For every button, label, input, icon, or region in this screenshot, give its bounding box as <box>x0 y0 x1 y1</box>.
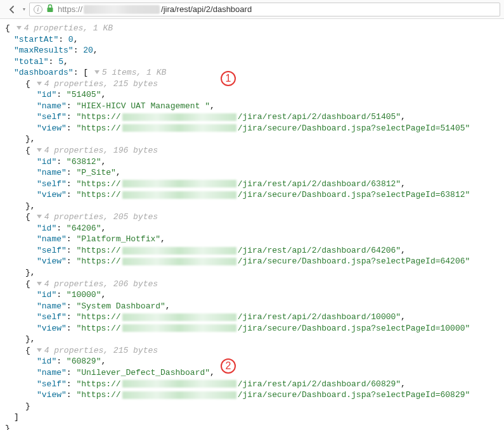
redacted-host <box>122 191 236 199</box>
redacted-host <box>122 258 236 265</box>
redacted-host <box>122 324 236 332</box>
collapse-icon[interactable] <box>37 282 42 286</box>
annotation-1: 1 <box>221 71 236 86</box>
collapse-icon[interactable] <box>37 215 42 218</box>
url-text: https:// /jira/rest/api/2/dashboard <box>58 4 252 14</box>
history-dropdown-icon[interactable]: ▾ <box>23 6 25 12</box>
collapse-icon[interactable] <box>16 26 22 30</box>
redacted-host <box>84 5 160 14</box>
browser-toolbar: ▾ i https:// /jira/rest/api/2/dashboard <box>0 0 504 19</box>
redacted-host <box>122 380 236 388</box>
info-icon[interactable]: i <box>34 5 42 14</box>
redacted-host <box>122 113 236 121</box>
collapse-icon[interactable] <box>37 348 42 352</box>
back-button[interactable] <box>4 3 20 16</box>
collapse-icon[interactable] <box>37 82 42 85</box>
svg-rect-0 <box>48 8 53 12</box>
annotation-2: 2 <box>221 358 236 374</box>
collapse-icon[interactable] <box>37 148 42 152</box>
redacted-host <box>122 313 236 321</box>
redacted-host <box>122 391 236 399</box>
redacted-host <box>122 247 236 255</box>
collapse-icon[interactable] <box>94 70 100 74</box>
lock-icon <box>46 4 54 15</box>
address-bar[interactable]: i https:// /jira/rest/api/2/dashboard <box>29 3 500 16</box>
redacted-host <box>122 180 236 187</box>
json-viewer: 1 2 { 4 properties, 1 KB "startAt": 0, "… <box>0 19 504 430</box>
redacted-host <box>122 124 236 132</box>
